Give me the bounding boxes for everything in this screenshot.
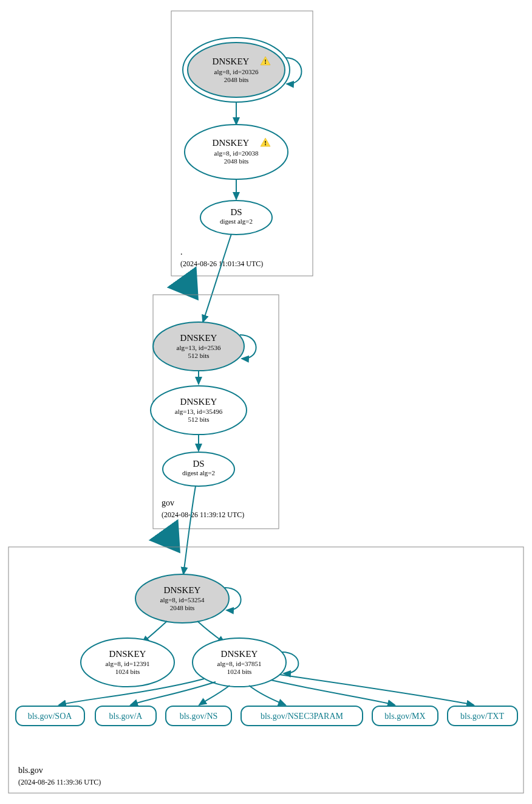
label: 1024 bits	[115, 668, 140, 675]
rr-ns: bls.gov/NS	[166, 706, 231, 726]
node-bls-z1: DNSKEY alg=8, id=12391 1024 bits	[81, 638, 174, 687]
zone-name-root: .	[180, 247, 183, 256]
label: alg=8, id=20038	[214, 149, 259, 157]
label: bls.gov/NSEC3PARAM	[261, 712, 344, 721]
node-root-ds: DS digest alg=2	[200, 201, 272, 235]
label: alg=8, id=53254	[160, 596, 205, 603]
label: bls.gov/NS	[180, 712, 218, 721]
rr-mx: bls.gov/MX	[372, 706, 438, 726]
svg-text:!: !	[264, 139, 267, 146]
label: DNSKEY	[213, 138, 250, 148]
label: DS	[193, 459, 204, 469]
label: 2048 bits	[224, 157, 249, 165]
node-root-zsk: DNSKEY alg=8, id=20038 2048 bits !	[185, 125, 288, 179]
rr-soa: bls.gov/SOA	[16, 706, 84, 726]
label: alg=8, id=12391	[106, 660, 150, 667]
label: alg=13, id=2536	[177, 344, 221, 351]
node-bls-z2: DNSKEY alg=8, id=37851 1024 bits	[193, 638, 286, 687]
rr-txt: bls.gov/TXT	[448, 706, 517, 726]
label: digest alg=2	[182, 469, 215, 476]
node-gov-ds: DS digest alg=2	[163, 452, 234, 486]
label: DNSKEY	[109, 649, 146, 659]
node-root-ksk: DNSKEY alg=8, id=20326 2048 bits !	[183, 38, 290, 102]
label: DNSKEY	[221, 649, 258, 659]
label: alg=8, id=37851	[217, 660, 262, 667]
label: bls.gov/MX	[384, 712, 425, 721]
label: bls.gov/TXT	[460, 712, 504, 721]
node-gov-ksk: DNSKEY alg=13, id=2536 512 bits	[153, 322, 244, 371]
label: DNSKEY	[180, 397, 217, 407]
label: 2048 bits	[170, 604, 195, 611]
svg-text:DNSKEY: DNSKEY	[213, 57, 250, 66]
edge-z2-ns	[199, 685, 230, 705]
label: 512 bits	[188, 352, 209, 359]
label: bls.gov/A	[109, 712, 143, 721]
rr-a: bls.gov/A	[95, 706, 156, 726]
label: DNSKEY	[213, 57, 250, 66]
zone-time-bls: (2024-08-26 11:39:36 UTC)	[18, 778, 101, 786]
edge-z2-n3p	[249, 685, 285, 705]
svg-text:!: !	[264, 58, 267, 65]
zone-name-bls: bls.gov	[18, 766, 43, 775]
edge-delegation-gov-bls	[168, 529, 172, 541]
label: 2048 bits	[224, 76, 249, 83]
edge-delegation-root-gov	[186, 276, 190, 289]
label: bls.gov/SOA	[28, 712, 73, 721]
label: alg=8, id=20326	[214, 68, 259, 75]
edge-gov-ds-bls-ksk	[183, 486, 196, 574]
edge-root-ds-gov-ksk	[203, 234, 231, 322]
node-gov-zsk: DNSKEY alg=13, id=35496 512 bits	[151, 386, 247, 435]
label: 1024 bits	[227, 668, 252, 675]
label: alg=13, id=35496	[175, 408, 223, 415]
label: DNSKEY	[180, 333, 217, 343]
edge-z2-mx	[271, 680, 395, 705]
svg-text:DNSKEY: DNSKEY	[213, 138, 250, 148]
zone-time-gov: (2024-08-26 11:39:12 UTC)	[162, 510, 244, 519]
label: 512 bits	[188, 416, 209, 423]
label: DNSKEY	[164, 585, 201, 595]
label: digest alg=2	[220, 218, 253, 225]
zone-name-gov: gov	[162, 498, 174, 507]
node-bls-ksk: DNSKEY alg=8, id=53254 2048 bits	[135, 574, 229, 623]
label: DS	[230, 207, 242, 217]
rr-n3p: bls.gov/NSEC3PARAM	[241, 706, 363, 726]
